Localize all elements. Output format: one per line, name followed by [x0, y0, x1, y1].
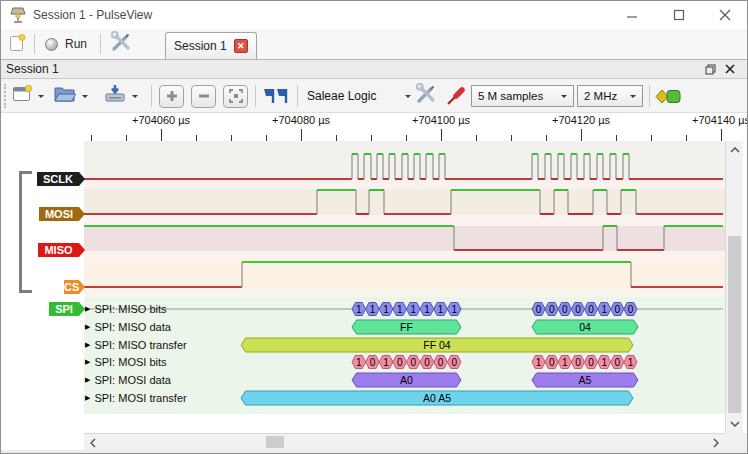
- chevron-down-icon: [405, 95, 411, 101]
- chevron-down-icon: [82, 95, 88, 101]
- dock-panel-header[interactable]: Session 1: [1, 59, 747, 79]
- channel-group-bracket[interactable]: [19, 171, 32, 293]
- scrollbar-corner: [725, 433, 743, 450]
- decoder-row-name: SPI: MOSI transfer: [94, 392, 186, 404]
- new-session-split-button[interactable]: [11, 83, 44, 109]
- ruler-time-label: +704060 µs: [132, 114, 190, 126]
- pulseview-logo-icon: [9, 5, 27, 29]
- expand-arrow-icon[interactable]: ▶: [85, 341, 90, 349]
- expand-arrow-icon[interactable]: ▶: [85, 323, 90, 331]
- timeline-ruler[interactable]: +704060 µs+704080 µs+704100 µs+704120 µs…: [1, 113, 747, 141]
- zoom-fit-button[interactable]: [223, 83, 248, 109]
- trace-background-band: [84, 226, 725, 251]
- trace-background-band: [84, 414, 725, 433]
- decoder-row-label[interactable]: ▶SPI: MOSI data: [85, 373, 171, 387]
- zoom-in-button[interactable]: [159, 83, 184, 109]
- scroll-up-button[interactable]: [726, 143, 743, 157]
- float-panel-button[interactable]: [703, 62, 717, 76]
- ruler-time-label: +704100 µs: [412, 114, 470, 126]
- minimize-button[interactable]: [611, 1, 653, 29]
- run-button[interactable]: Run: [41, 33, 91, 55]
- save-file-split-button[interactable]: [103, 83, 138, 109]
- zoom-out-button[interactable]: [191, 83, 216, 109]
- ruler-time-label: +704080 µs: [272, 114, 330, 126]
- new-session-button[interactable]: [5, 33, 29, 55]
- scroll-down-button[interactable]: [726, 417, 743, 431]
- trace-background-band: [84, 141, 725, 182]
- decoder-row-name: SPI: MISO bits: [94, 303, 166, 315]
- ruler-time-label: +704120 µs: [552, 114, 610, 126]
- horizontal-scrollbar-thumb[interactable]: [266, 436, 284, 448]
- signal-tag-sclk[interactable]: SCLK: [37, 172, 85, 186]
- trace-background-band: [84, 215, 725, 226]
- toolbar-separator: [255, 85, 256, 107]
- tab-label: Session 1: [174, 39, 227, 53]
- vertical-scrollbar-thumb[interactable]: [728, 236, 741, 413]
- decoder-row-name: SPI: MOSI data: [94, 374, 170, 386]
- open-folder-icon: [53, 84, 77, 108]
- new-document-icon: [8, 33, 26, 56]
- save-icon: [103, 84, 127, 108]
- decoder-row-label[interactable]: ▶SPI: MOSI transfer: [85, 391, 187, 405]
- settings-button[interactable]: [107, 32, 135, 56]
- tools-icon: [415, 83, 437, 109]
- minus-icon: [198, 90, 210, 102]
- pulseview-window: Session 1 - PulseView Run: [0, 0, 748, 454]
- cursor-flags-icon: [263, 88, 291, 105]
- decoder-icon: [655, 88, 682, 105]
- open-file-split-button[interactable]: [53, 83, 88, 109]
- probe-icon: [445, 85, 465, 107]
- decoder-row-label[interactable]: ▶SPI: MISO data: [85, 320, 171, 334]
- scroll-left-button[interactable]: [86, 434, 100, 451]
- vertical-scrollbar[interactable]: [725, 141, 743, 433]
- sample-rate-select[interactable]: 2 MHz: [577, 85, 643, 107]
- close-panel-button[interactable]: [723, 62, 737, 76]
- close-button[interactable]: [704, 1, 746, 29]
- decoder-row-label[interactable]: ▶SPI: MISO bits: [85, 302, 167, 316]
- toolbar-separator: [649, 85, 650, 107]
- decoder-row-label[interactable]: ▶SPI: MISO transfer: [85, 338, 187, 352]
- sample-rate-value: 2 MHz: [584, 90, 617, 102]
- expand-arrow-icon[interactable]: ▶: [85, 358, 90, 366]
- run-state-icon: [45, 38, 58, 51]
- toolbar-drag-handle[interactable]: [4, 84, 7, 108]
- sample-count-value: 5 M samples: [478, 90, 543, 102]
- add-decoder-button[interactable]: [655, 83, 682, 109]
- decoder-row-name: SPI: MISO data: [94, 321, 170, 333]
- toolbar-separator: [151, 85, 152, 107]
- signal-tag-miso[interactable]: MISO: [38, 243, 85, 257]
- expand-arrow-icon[interactable]: ▶: [85, 305, 90, 313]
- dock-panel-title: Session 1: [6, 62, 59, 76]
- new-window-icon: [11, 83, 33, 109]
- trace-view[interactable]: [1, 141, 748, 433]
- configure-device-button[interactable]: [445, 83, 465, 109]
- close-icon: [725, 64, 735, 74]
- toolbar-separator: [297, 85, 298, 107]
- toolbar-separator: [100, 34, 101, 54]
- signal-tag-mosi[interactable]: MOSI: [39, 207, 85, 221]
- device-selector[interactable]: Saleae Logic: [307, 85, 411, 107]
- window-bottom-edge: [1, 450, 747, 454]
- maximize-button[interactable]: [658, 1, 700, 29]
- sample-count-select[interactable]: 5 M samples: [471, 85, 574, 107]
- tab-session-1[interactable]: Session 1 ✕: [165, 32, 257, 59]
- zoom-fit-icon: [229, 89, 243, 103]
- expand-arrow-icon[interactable]: ▶: [85, 376, 90, 384]
- scroll-right-button[interactable]: [709, 434, 723, 451]
- window-title: Session 1 - PulseView: [33, 8, 152, 22]
- horizontal-scrollbar[interactable]: [84, 433, 725, 450]
- chevron-down-icon: [561, 95, 567, 101]
- decoder-row-name: SPI: MOSI bits: [94, 356, 166, 368]
- chevron-down-icon: [630, 95, 636, 101]
- scrollbar-gutter: [1, 433, 84, 450]
- float-icon: [705, 64, 716, 75]
- ruler-time-label: +704140 µs: [692, 114, 748, 126]
- tab-close-icon[interactable]: ✕: [234, 39, 248, 53]
- run-button-label: Run: [65, 37, 87, 51]
- signal-tag-spi[interactable]: SPI: [49, 302, 85, 316]
- decoder-row-label[interactable]: ▶SPI: MOSI bits: [85, 355, 167, 369]
- configure-channels-button[interactable]: [415, 83, 437, 109]
- expand-arrow-icon[interactable]: ▶: [85, 394, 90, 402]
- show-cursors-button[interactable]: [263, 83, 291, 109]
- tools-icon: [110, 31, 132, 57]
